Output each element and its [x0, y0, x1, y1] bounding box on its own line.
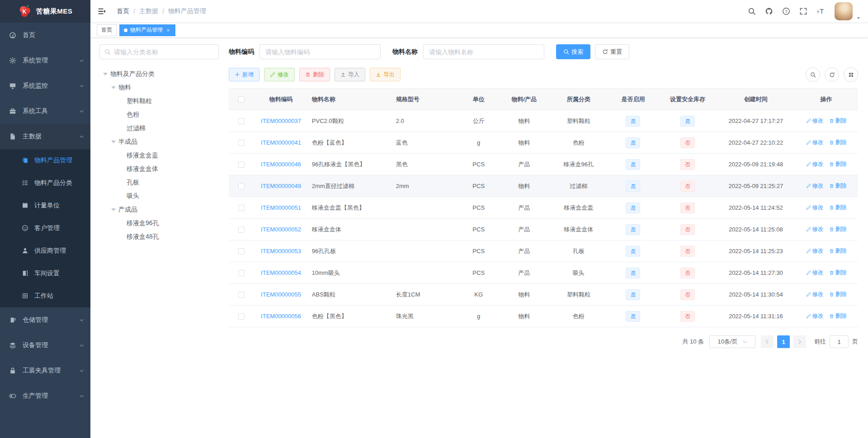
search-button[interactable]	[743, 0, 760, 23]
app-logo[interactable]: K 苦糖果MES	[0, 0, 90, 23]
tree-node[interactable]: 物料及产品分类	[99, 67, 219, 81]
material-code-link[interactable]: ITEM00000054	[261, 269, 301, 276]
sidebar-item-measure-unit[interactable]: 计量单位	[0, 194, 90, 217]
columns-button[interactable]	[844, 67, 858, 82]
toggle-search-button[interactable]	[806, 67, 820, 82]
delete-row-button[interactable]: 删除	[829, 204, 847, 212]
row-checkbox[interactable]	[238, 205, 245, 211]
sidebar-toggle-button[interactable]	[90, 0, 113, 23]
delete-row-button[interactable]: 删除	[829, 139, 847, 146]
sidebar-item-system-tools[interactable]: 系统工具	[0, 99, 90, 124]
material-name-input[interactable]	[423, 44, 544, 59]
sidebar-item-home[interactable]: 首页	[0, 23, 90, 48]
delete-row-button[interactable]: 删除	[829, 226, 847, 233]
tree-node[interactable]: 孔板	[99, 176, 219, 189]
breadcrumb-item[interactable]: 首页	[117, 7, 129, 15]
row-checkbox[interactable]	[238, 248, 245, 254]
sidebar-item-material-product-category[interactable]: 物料产品分类	[0, 172, 90, 194]
delete-row-button[interactable]: 删除	[829, 291, 847, 298]
row-checkbox[interactable]	[238, 226, 245, 233]
edit-row-button[interactable]: 修改	[806, 226, 824, 233]
material-code-link[interactable]: ITEM00000056	[261, 313, 301, 320]
sidebar-item-material-product-admin[interactable]: 物料产品管理	[0, 149, 90, 172]
tree-node[interactable]: 塑料颗粒	[99, 94, 219, 108]
export-button[interactable]: 导出	[370, 68, 401, 81]
delete-row-button[interactable]: 删除	[829, 312, 847, 320]
sidebar-item-system-admin[interactable]: 系统管理	[0, 48, 90, 73]
edit-row-button[interactable]: 修改	[806, 291, 824, 298]
edit-row-button[interactable]: 修改	[806, 117, 824, 125]
delete-row-button[interactable]: 删除	[829, 160, 847, 168]
tree-node[interactable]: 半成品	[99, 135, 219, 149]
chevron-down-icon[interactable]	[856, 2, 861, 20]
row-checkbox[interactable]	[238, 161, 245, 168]
tree-node[interactable]: 移液盒盒盖	[99, 149, 219, 162]
material-code-input[interactable]	[259, 44, 381, 59]
tree-node[interactable]: 产成品	[99, 203, 219, 217]
next-page-button[interactable]	[793, 335, 806, 348]
tree-node[interactable]: 色粉	[99, 108, 219, 122]
sidebar-item-supplier-admin[interactable]: 供应商管理	[0, 240, 90, 262]
material-code-link[interactable]: ITEM00000041	[261, 139, 301, 146]
edit-row-button[interactable]: 修改	[806, 182, 824, 190]
tree-node[interactable]: 移液盒96孔	[99, 217, 219, 230]
tab-material-product-admin[interactable]: 物料产品管理	[119, 24, 175, 36]
row-checkbox[interactable]	[238, 140, 245, 146]
row-checkbox[interactable]	[238, 313, 245, 320]
tree-node[interactable]: 物料	[99, 81, 219, 94]
sidebar-item-customer-admin[interactable]: 客户管理	[0, 217, 90, 240]
tab-home[interactable]: 首页	[97, 24, 117, 36]
row-checkbox[interactable]	[238, 118, 245, 124]
row-checkbox[interactable]	[238, 270, 245, 276]
sidebar-item-equipment-admin[interactable]: 设备管理	[0, 333, 90, 358]
delete-row-button[interactable]: 删除	[829, 117, 847, 125]
fullscreen-button[interactable]	[795, 0, 812, 23]
material-code-link[interactable]: ITEM00000049	[261, 183, 301, 189]
font-size-button[interactable]: TT	[812, 0, 829, 23]
edit-row-button[interactable]: 修改	[806, 204, 824, 212]
delete-button[interactable]: 删除	[299, 68, 330, 81]
sidebar-item-master-data[interactable]: 主数据	[0, 124, 90, 149]
caret-down-icon[interactable]	[103, 73, 108, 75]
edit-row-button[interactable]: 修改	[806, 160, 824, 168]
caret-down-icon[interactable]	[111, 141, 116, 143]
prev-page-button[interactable]	[761, 335, 774, 348]
category-search-input[interactable]	[114, 48, 214, 56]
help-button[interactable]: ?	[778, 0, 795, 23]
search-button[interactable]: 搜索	[556, 44, 590, 59]
page-size-select[interactable]: 10条/页	[709, 335, 755, 348]
material-code-link[interactable]: ITEM00000055	[261, 291, 301, 298]
sidebar-item-warehouse-admin[interactable]: 仓储管理	[0, 307, 90, 333]
delete-row-button[interactable]: 删除	[829, 247, 847, 255]
caret-down-icon[interactable]	[111, 208, 116, 211]
tree-node[interactable]: 吸头	[99, 189, 219, 203]
material-code-link[interactable]: ITEM00000037	[261, 118, 301, 124]
import-button[interactable]: 导入	[335, 68, 365, 81]
tree-node[interactable]: 过滤棉	[99, 122, 219, 135]
avatar[interactable]	[835, 2, 853, 20]
select-all-checkbox[interactable]	[238, 96, 245, 103]
material-code-link[interactable]: ITEM00000052	[261, 226, 301, 233]
sidebar-item-fixture-admin[interactable]: 工装夹具管理	[0, 358, 90, 383]
edit-button[interactable]: 修改	[264, 68, 295, 81]
delete-row-button[interactable]: 删除	[829, 269, 847, 277]
material-code-link[interactable]: ITEM00000046	[261, 161, 301, 168]
row-checkbox[interactable]	[238, 183, 245, 189]
row-checkbox[interactable]	[238, 292, 245, 298]
sidebar-item-workshop-config[interactable]: 车间设置	[0, 262, 90, 285]
delete-row-button[interactable]: 删除	[829, 182, 847, 190]
refresh-button[interactable]	[825, 67, 839, 82]
add-button[interactable]: 新增	[229, 68, 259, 81]
edit-row-button[interactable]: 修改	[806, 139, 824, 146]
close-icon[interactable]	[165, 28, 171, 33]
edit-row-button[interactable]: 修改	[806, 269, 824, 277]
caret-down-icon[interactable]	[111, 86, 116, 89]
material-code-link[interactable]: ITEM00000051	[261, 204, 301, 211]
page-number-button[interactable]: 1	[777, 335, 790, 348]
tree-node[interactable]: 移液盒盒体	[99, 162, 219, 176]
reset-button[interactable]: 重置	[595, 44, 629, 59]
edit-row-button[interactable]: 修改	[806, 247, 824, 255]
sidebar-item-workstation[interactable]: 工作站	[0, 285, 90, 307]
material-code-link[interactable]: ITEM00000053	[261, 248, 301, 254]
sidebar-item-system-monitor[interactable]: 系统监控	[0, 73, 90, 99]
